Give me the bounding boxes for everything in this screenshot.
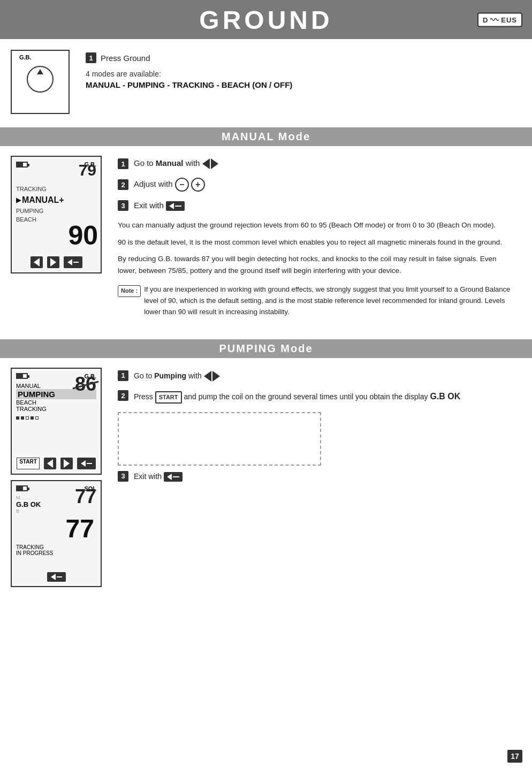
back-line-icon [73,262,79,263]
page-number: 17 [507,750,522,763]
note-box: Note : If you are inexperienced in worki… [118,284,516,317]
manual-step1-bold: Manual [156,158,184,168]
pump-nav-left [44,458,56,469]
pump-mode-tracking: TRACKING [16,406,96,412]
dot2 [21,416,24,420]
dot1 [16,416,19,420]
nav-right-icon [50,258,56,267]
screen-num-90: 90 [68,220,98,251]
pump2-back-icon [51,574,56,580]
pumping-step3-text: Exit with [134,471,183,482]
manual-section-title: MANUAL Mode [222,131,310,142]
pumping-section-title: PUMPING Mode [219,343,313,354]
tri-left-icon [202,158,210,169]
knob-icon [27,66,54,93]
pump2-inprogress: IN PROGRESS [16,550,96,556]
manual-step-1: 1 Go to Manual with [118,158,516,169]
pumping-section: G.B. 86 MANUAL PUMPING BEACH TRACKING [11,358,516,592]
manual-description-1: You can manually adjust the ground rejec… [118,219,516,231]
gb-ok-text: G.B OK [430,392,460,401]
modes-bold-label: MANUAL - PUMPING - TRACKING - BEACH (ON … [86,80,516,89]
pumping-device-screen-1: G.B. 86 MANUAL PUMPING BEACH TRACKING [11,368,102,475]
device-icon-small: G.B. [11,50,70,114]
manual-steps: 1 Go to Manual with 2 Adjust with − + [118,156,516,326]
battery-icon-pump1 [16,373,28,379]
pumping-section-header: PUMPING Mode [0,339,532,358]
battery-fill [17,163,23,166]
back-arrow-icon [67,259,72,265]
pump-screen2-num1: 77 [75,485,96,508]
step1-badge: 1 [86,52,96,63]
nav-left-button [31,256,43,268]
pump2-tracking: TRACKING [16,544,96,550]
manual-step2-badge: 2 [118,179,128,190]
pump-nav-left-icon [47,459,53,468]
manual-description-2: 90 is the default level, it is the most … [118,237,516,248]
nav-left-icon [34,258,40,267]
plus-button: + [191,178,205,192]
adjust-buttons: − + [175,178,205,192]
deus-icon: D [483,16,488,24]
pump-screen1-num-container: 86 [75,373,96,396]
pump2-back-btn [47,572,66,582]
mode-manual-active: ▶MANUAL+ [16,194,96,207]
manual-device-screen: G.B. 79 TRACKING ▶MANUAL+ PUMPING BEACH … [11,156,102,273]
manual-step1-text: Go to Manual with [134,158,218,169]
dot4 [31,416,34,420]
exit-arrow-icon [169,203,174,209]
pump-screen1-buttons: START [16,453,96,469]
pump2-mode-b: B [16,508,96,514]
tri-right-icon [211,158,218,169]
note-text: If you are inexperienced in working with… [144,284,516,317]
pump-back-btn [77,458,96,469]
pump-back-icon [81,460,86,467]
top-text: 1 Press Ground 4 modes are available: MA… [86,50,516,89]
manual-step3-badge: 3 [118,200,128,211]
pumping-step3-badge: 3 [118,471,128,482]
pumping-step1-badge: 1 [118,370,128,381]
pumping-step-3: 3 Exit with [118,471,516,482]
pump-nav-right [60,458,73,469]
exit-arrow-pump-icon [167,474,172,480]
header: GROUND D EUS [0,0,532,39]
pump-screen2-num2: 77 [16,514,96,543]
minus-button: − [175,178,189,192]
pump2-back-line [57,576,62,577]
pumping-step-1: 1 Go to Pumping with [118,370,516,382]
manual-step3-text: Exit with [134,201,185,211]
screen-num-79: 79 [79,161,96,179]
manual-step2-text: Adjust with − + [134,178,205,192]
dashed-display-box [118,412,321,466]
mode-pumping: PUMPING [16,207,96,216]
page-title: GROUND [199,6,332,34]
manual-description-3: By reducing G.B. towards 87 you will beg… [118,253,516,276]
pump-nav-right-icon [64,459,70,468]
nav-buttons-step1 [202,158,218,169]
screen-mode-list: TRACKING ▶MANUAL+ PUMPING BEACH [16,185,96,224]
start-label: START [17,458,40,469]
dot3 [26,416,29,420]
manual-section: G.B. 79 TRACKING ▶MANUAL+ PUMPING BEACH … [11,146,516,331]
pumping-step2-badge: 2 [118,390,128,401]
battery-icon [16,162,28,168]
pump-mode-beach: BEACH [16,399,96,406]
manual-section-header: MANUAL Mode [0,127,532,146]
pump-back-line [87,463,92,464]
battery-icon-pump2 [16,485,28,491]
pump2-screen-modes2: TRACKING IN PROGRESS [16,544,96,556]
pump-screen2-buttons [16,568,96,582]
step1-text: Press Ground [101,54,150,63]
deus-waves-icon [490,17,499,23]
note-label: Note : [118,285,141,297]
pumping-devices: G.B. 86 MANUAL PUMPING BEACH TRACKING [11,368,102,587]
pump-tri-left-icon [204,371,211,382]
manual-step-2: 2 Adjust with − + [118,178,516,192]
pumping-device-screen-2: SOL 77 M…… G.B OK B 77 TRACKING IN PROGR… [11,480,102,587]
pump-nav-buttons-step1 [204,371,220,382]
screen-bottom-buttons [16,252,96,268]
pump-screen1-num: 86 [75,373,96,396]
deus-text: EUS [501,16,517,24]
gb-label-small: G.B. [19,54,32,60]
pumping-step1-text: Go to Pumping with [134,370,220,382]
nav-right-button [47,256,59,268]
